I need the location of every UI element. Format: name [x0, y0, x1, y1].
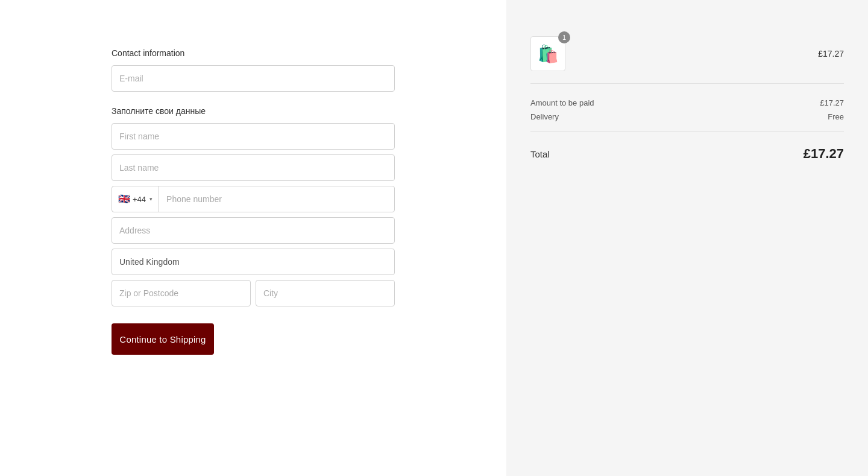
city-field[interactable]	[256, 280, 395, 306]
delivery-row: Delivery Free	[530, 112, 844, 121]
fill-section: Заполните свои данные 🇬🇧 +44 ▾	[112, 106, 395, 355]
contact-title: Contact information	[112, 48, 395, 58]
phone-number-field[interactable]	[159, 186, 394, 212]
last-name-row	[112, 154, 395, 181]
fill-title: Заполните свои данные	[112, 106, 395, 116]
amount-label: Amount to be paid	[530, 98, 594, 107]
phone-country-code: +44	[133, 195, 146, 204]
item-badge: 1	[558, 31, 570, 43]
zip-field[interactable]	[112, 280, 251, 306]
summary-divider	[530, 131, 844, 132]
address-field[interactable]	[112, 217, 395, 244]
country-field[interactable]	[112, 249, 395, 275]
item-price: £17.27	[818, 49, 844, 59]
email-field[interactable]	[112, 65, 395, 92]
total-amount: £17.27	[804, 146, 844, 162]
email-row	[112, 65, 395, 92]
order-item: 🛍️ 1 £17.27	[530, 36, 844, 84]
amount-row: Amount to be paid £17.27	[530, 98, 844, 107]
uk-flag-icon: 🇬🇧	[118, 194, 130, 204]
chevron-down-icon: ▾	[149, 196, 153, 202]
delivery-value: Free	[828, 112, 844, 121]
contact-section: Contact information	[112, 48, 395, 92]
left-panel: Contact information Заполните свои данны…	[0, 0, 506, 476]
total-row: Total £17.27	[530, 146, 844, 162]
phone-row: 🇬🇧 +44 ▾	[112, 186, 395, 212]
bag-icon: 🛍️	[538, 44, 559, 64]
amount-value: £17.27	[820, 98, 844, 107]
last-name-field[interactable]	[112, 154, 395, 181]
right-panel: 🛍️ 1 £17.27 Amount to be paid £17.27 Del…	[506, 0, 868, 476]
zip-city-row	[112, 280, 395, 306]
address-row	[112, 217, 395, 244]
first-name-field[interactable]	[112, 123, 395, 150]
country-row	[112, 249, 395, 275]
total-label: Total	[530, 149, 550, 159]
form-container: Contact information Заполните свои данны…	[112, 48, 395, 355]
continue-to-shipping-button[interactable]: Continue to Shipping	[112, 323, 214, 355]
phone-prefix-selector[interactable]: 🇬🇧 +44 ▾	[112, 186, 159, 212]
first-name-row	[112, 123, 395, 150]
item-image-wrapper: 🛍️ 1	[530, 36, 565, 71]
delivery-label: Delivery	[530, 112, 559, 121]
